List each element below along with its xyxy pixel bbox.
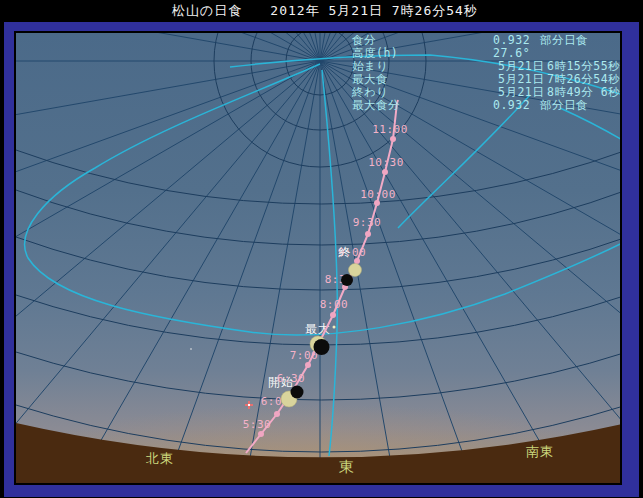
- sun-disk-end: [349, 264, 362, 277]
- event-label-end: 終: [338, 245, 352, 259]
- dot-0700: [305, 362, 311, 368]
- info-value-magnitude: 0.932: [493, 33, 530, 47]
- time-label-0630: 6:30: [277, 372, 306, 385]
- dot-0930: [365, 231, 371, 237]
- info-value-max-time: 7時26分54秒: [547, 72, 620, 86]
- compass-label-east: 東: [339, 458, 355, 476]
- info-extra-max-magnitude: 部分日食: [540, 98, 588, 112]
- compass-label-northeast: 北東: [146, 451, 174, 466]
- info-label-altitude: 高度(h): [352, 46, 398, 60]
- compass-label-southeast: 南東: [526, 444, 554, 459]
- time-label-1100: 11:00: [372, 123, 408, 136]
- info-value-max-magnitude: 0.932: [493, 98, 530, 112]
- time-label-1000: 10:00: [360, 188, 396, 201]
- dot-0530: [258, 431, 264, 437]
- time-label-0530: 5:30: [243, 418, 272, 431]
- moon-disk-end: [341, 274, 353, 286]
- info-value-end-time: 8時49分 6秒: [547, 85, 620, 99]
- moon-disk-start: [291, 386, 304, 399]
- app-title: 松山の日食 2012年 5月21日 7時26分54秒: [171, 3, 478, 18]
- info-value-altitude: 27.6°: [493, 46, 530, 60]
- star-dot-near-max: [333, 326, 336, 329]
- info-label-max-magnitude: 最大食分: [352, 98, 400, 112]
- info-label-magnitude: 食分: [352, 33, 376, 47]
- info-value-begin-time: 6時15分55秒: [547, 59, 620, 73]
- dot-0800: [330, 312, 336, 318]
- moon-disk-maximum: [314, 339, 330, 355]
- info-label-max: 最大食: [352, 72, 388, 86]
- info-value-end-date: 5月21日: [498, 85, 544, 99]
- dot-0600: [274, 411, 280, 417]
- eclipse-sky-chart[interactable]: 松山の日食 2012年 5月21日 7時26分54秒 最大 開始: [0, 0, 643, 498]
- eclipse-app-window: 松山の日食 2012年 5月21日 7時26分54秒 最大 開始: [0, 0, 643, 498]
- time-label-0930: 9:30: [353, 216, 382, 229]
- time-label-0800: 8:00: [320, 298, 349, 311]
- info-value-begin-date: 5月21日: [498, 59, 544, 73]
- dot-1100: [390, 136, 396, 142]
- time-label-1030: 10:30: [368, 156, 404, 169]
- info-label-begin: 始まり: [352, 59, 389, 73]
- faint-star-dot: [190, 348, 192, 350]
- info-value-max-date: 5月21日: [498, 72, 544, 86]
- dot-1030: [382, 169, 388, 175]
- info-label-end: 終わり: [351, 85, 389, 99]
- info-extra-magnitude: 部分日食: [540, 33, 588, 47]
